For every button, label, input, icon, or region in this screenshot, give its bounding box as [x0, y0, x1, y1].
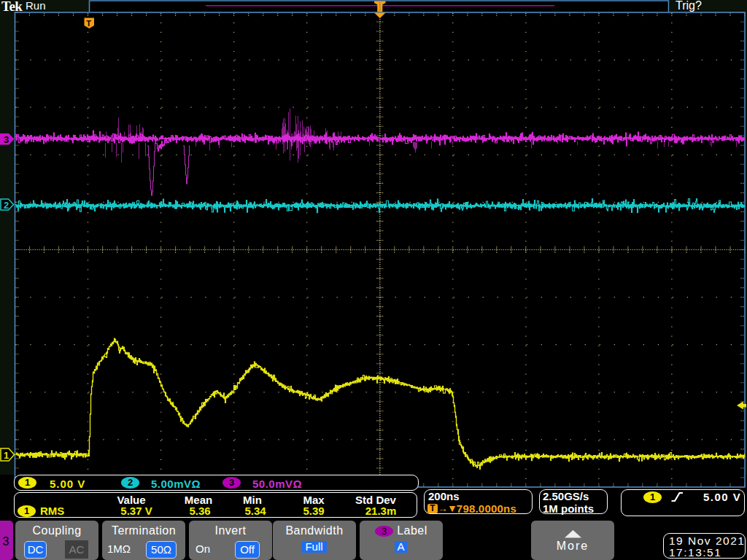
svg-text:1: 1 [4, 450, 9, 461]
svg-text:3: 3 [4, 134, 9, 145]
svg-text:T: T [86, 19, 91, 28]
svg-text:2: 2 [4, 200, 9, 211]
